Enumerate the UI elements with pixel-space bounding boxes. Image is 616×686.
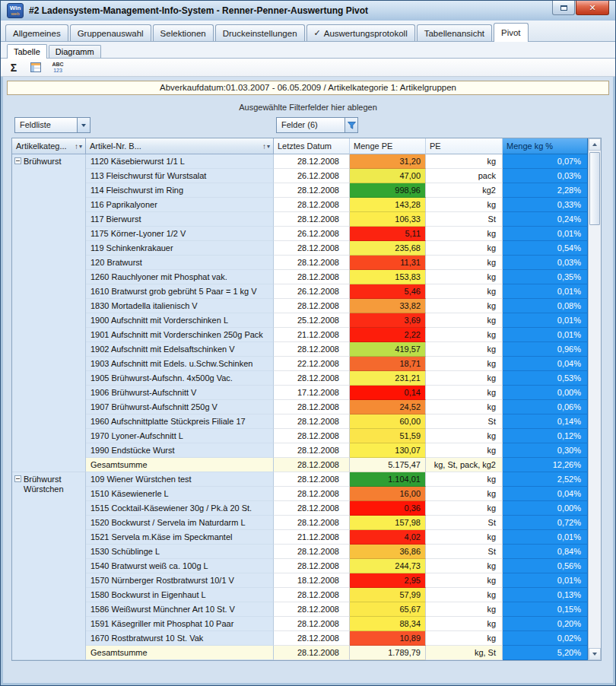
- pe-cell: kg: [426, 299, 503, 313]
- group-rows: 109 Wiener Würstchen test28.12.20081.104…: [86, 472, 588, 660]
- collapse-minus-icon[interactable]: [14, 157, 21, 164]
- chevron-down-icon[interactable]: [77, 118, 90, 132]
- article-row[interactable]: 1591 Käsegriller mit Phosphat 10 Paar28.…: [86, 617, 588, 631]
- dropdown-icon[interactable]: ▾: [267, 143, 270, 150]
- article-row[interactable]: 1906 Brühwurst-Aufschnitt V17.12.20080,1…: [86, 386, 588, 400]
- tab-selektionen[interactable]: Selektionen: [153, 24, 214, 41]
- group-row-header[interactable]: Brühwurst: [12, 154, 86, 472]
- article-row[interactable]: 1670 Rostbratwurst 10 St. Vak28.12.20081…: [86, 631, 588, 646]
- dropdown-icon[interactable]: ▾: [79, 143, 82, 150]
- article-row[interactable]: 1260 Rauchlyoner mit Phosphat vak.28.12.…: [86, 270, 588, 284]
- article-row[interactable]: 116 Paprikalyoner28.12.2008143,28kg0,33%: [86, 198, 588, 212]
- article-row[interactable]: 113 Fleischwurst für Wurstsalat26.12.200…: [86, 169, 588, 183]
- group-row-header[interactable]: Brühwurst Würstchen: [12, 472, 86, 660]
- article-row[interactable]: 1610 Bratwurst grob gebrüht 5 Paar = 1 k…: [86, 284, 588, 299]
- article-row[interactable]: 119 Schinkenkrakauer28.12.2008235,68kg0,…: [86, 241, 588, 256]
- article-cell: 113 Fleischwurst für Wurstsalat: [86, 169, 274, 183]
- menge-kg-pct-cell: 0,01%: [503, 227, 588, 241]
- article-row[interactable]: 109 Wiener Würstchen test28.12.20081.104…: [86, 472, 588, 487]
- column-header-pe[interactable]: PE: [426, 138, 503, 154]
- tab-tabellenansicht[interactable]: Tabellenansicht: [417, 24, 492, 41]
- article-row[interactable]: 1907 Brühwurst-Aufschnitt 250g V28.12.20…: [86, 400, 588, 414]
- article-cell: 1586 Weißwurst Münchner Art 10 St. V: [86, 602, 274, 617]
- article-row[interactable]: 1830 Mortadella italienisch V28.12.20083…: [86, 299, 588, 313]
- article-row[interactable]: 1901 Aufschnitt mit Vorderschinken 250g …: [86, 328, 588, 342]
- total-row[interactable]: Gesamtsumme28.12.20081.789,79kg, St5,20%: [86, 646, 588, 660]
- total-row[interactable]: Gesamtsumme28.12.20085.175,47kg, St, pac…: [86, 458, 588, 472]
- pe-cell: kg: [426, 588, 503, 602]
- menge-kg-pct-cell: 0,35%: [503, 270, 588, 284]
- row-header-artikel-nr[interactable]: Artikel-Nr. B... ↑ ▾: [86, 138, 274, 154]
- date-cell: 28.12.2008: [274, 241, 350, 256]
- article-row[interactable]: 1521 Servela m.Käse im Speckmantel21.12.…: [86, 530, 588, 545]
- titlebar[interactable]: Win web #2 Ladensystem-Management-Info-S…: [1, 1, 615, 21]
- tab-druckeinstellungen[interactable]: Druckeinstellungen: [215, 24, 305, 41]
- article-row[interactable]: 1570 Nürnberger Rostbratwurst 10/1 V18.1…: [86, 573, 588, 588]
- minimize-button[interactable]: [552, 1, 575, 15]
- date-cell: 28.12.2008: [274, 545, 350, 559]
- date-cell: 28.12.2008: [274, 299, 350, 313]
- menge-kg-pct-cell: 2,28%: [503, 183, 588, 198]
- tab-auswertungsprotokoll[interactable]: ✓ Auswertungsprotokoll: [306, 24, 415, 41]
- article-row[interactable]: 1586 Weißwurst Münchner Art 10 St. V28.1…: [86, 602, 588, 617]
- pivot-grid: Artikelkateg... ↑ ▾ Artikel-Nr. B... ↑ ▾…: [11, 138, 602, 661]
- pe-cell: kg: [426, 256, 503, 270]
- menge-kg-pct-cell: 0,13%: [503, 588, 588, 602]
- pe-cell: kg: [426, 241, 503, 256]
- article-row[interactable]: 1960 Aufschnittplatte Stückpreis Filiale…: [86, 414, 588, 429]
- article-row[interactable]: 1540 Bratwurst weiß ca. 100g L28.12.2008…: [86, 559, 588, 573]
- article-row[interactable]: 1175 Körner-Lyoner 1/2 V26.12.20085,11kg…: [86, 227, 588, 241]
- column-header-menge-kg-pct[interactable]: Menge kg %: [503, 138, 588, 154]
- article-row[interactable]: 1120 Käsebierwurst 1/1 L28.12.200831,20k…: [86, 154, 588, 169]
- article-row[interactable]: 114 Fleischwurst im Ring28.12.2008998,96…: [86, 183, 588, 198]
- tab-gruppenauswahl[interactable]: Gruppenauswahl: [70, 24, 151, 41]
- scroll-thumb[interactable]: [589, 152, 600, 225]
- sum-button[interactable]: Σ: [5, 60, 22, 75]
- fields-dropdown[interactable]: Felder (6): [276, 117, 358, 133]
- date-cell: 28.12.2008: [274, 429, 350, 443]
- article-row[interactable]: 120 Bratwurst28.12.200811,31kg0,03%: [86, 256, 588, 270]
- row-header-artikelkategorie[interactable]: Artikelkateg... ↑ ▾: [12, 138, 86, 154]
- article-row[interactable]: 1902 Aufschnitt mit Edelsaftschinken V28…: [86, 342, 588, 357]
- article-row[interactable]: 1510 Käsewienerle L28.12.200816,00kg0,04…: [86, 487, 588, 501]
- pe-cell: St: [426, 414, 503, 429]
- article-row[interactable]: 1990 Endstücke Wurst28.12.2008130,07kg0,…: [86, 443, 588, 458]
- scroll-track[interactable]: [589, 151, 601, 648]
- tab-label: Auswertungsprotokoll: [324, 29, 408, 38]
- tab-allgemeines[interactable]: Allgemeines: [5, 24, 68, 41]
- pivot-layout-button[interactable]: [27, 60, 44, 75]
- subtab-tabelle[interactable]: Tabelle: [7, 44, 47, 59]
- subtab-diagramm[interactable]: Diagramm: [49, 45, 101, 58]
- format-button[interactable]: ABC 123: [49, 60, 66, 75]
- article-row[interactable]: 1530 Schüblinge L28.12.200836,86St0,84%: [86, 545, 588, 559]
- scroll-up-button[interactable]: [589, 138, 601, 151]
- column-header-letztes-datum[interactable]: Letztes Datum: [274, 138, 350, 154]
- article-row[interactable]: 1903 Aufschnitt mit Edels. u.Schw.Schink…: [86, 357, 588, 371]
- menge-pe-cell: 1.104,01: [350, 472, 426, 487]
- collapse-minus-icon[interactable]: [14, 475, 21, 482]
- tab-label: Allgemeines: [13, 29, 61, 38]
- article-row[interactable]: 1900 Aufschnitt mit Vorderschinken L25.1…: [86, 313, 588, 328]
- article-row[interactable]: 1905 Brühwurst-Aufschn. 4x500g Vac.28.12…: [86, 371, 588, 386]
- article-cell: 1260 Rauchlyoner mit Phosphat vak.: [86, 270, 274, 284]
- article-row[interactable]: 1580 Bockwurst in Eigenhaut L28.12.20085…: [86, 588, 588, 602]
- vertical-scrollbar[interactable]: [588, 138, 601, 660]
- article-cell: 1670 Rostbratwurst 10 St. Vak: [86, 631, 274, 646]
- field-list-label: Feldliste: [15, 118, 77, 132]
- menge-kg-pct-cell: 0,96%: [503, 342, 588, 357]
- article-cell: 1521 Servela m.Käse im Speckmantel: [86, 530, 274, 545]
- article-row[interactable]: 1970 Lyoner-Aufschnitt L28.12.200851,59k…: [86, 429, 588, 443]
- total-label-cell: Gesamtsumme: [86, 646, 274, 660]
- filter-funnel-icon[interactable]: [345, 118, 357, 132]
- row-header-label: Artikel-Nr. B...: [90, 141, 141, 151]
- article-row[interactable]: 117 Bierwurst28.12.2008106,33St0,24%: [86, 212, 588, 227]
- close-button[interactable]: ✕: [576, 1, 609, 15]
- article-row[interactable]: 1520 Bockwurst / Servela im Naturdarm L2…: [86, 516, 588, 530]
- article-row[interactable]: 1515 Cocktail-Käsewiener 30g / Pk.à 20 S…: [86, 501, 588, 516]
- main-tab-bar: Allgemeines Gruppenauswahl Selektionen D…: [1, 21, 615, 42]
- column-header-menge-pe[interactable]: Menge PE: [350, 138, 426, 154]
- scroll-down-button[interactable]: [589, 648, 601, 660]
- field-list-dropdown[interactable]: Feldliste: [14, 117, 90, 133]
- tab-pivot[interactable]: Pivot: [494, 23, 529, 42]
- pe-cell: kg: [426, 573, 503, 588]
